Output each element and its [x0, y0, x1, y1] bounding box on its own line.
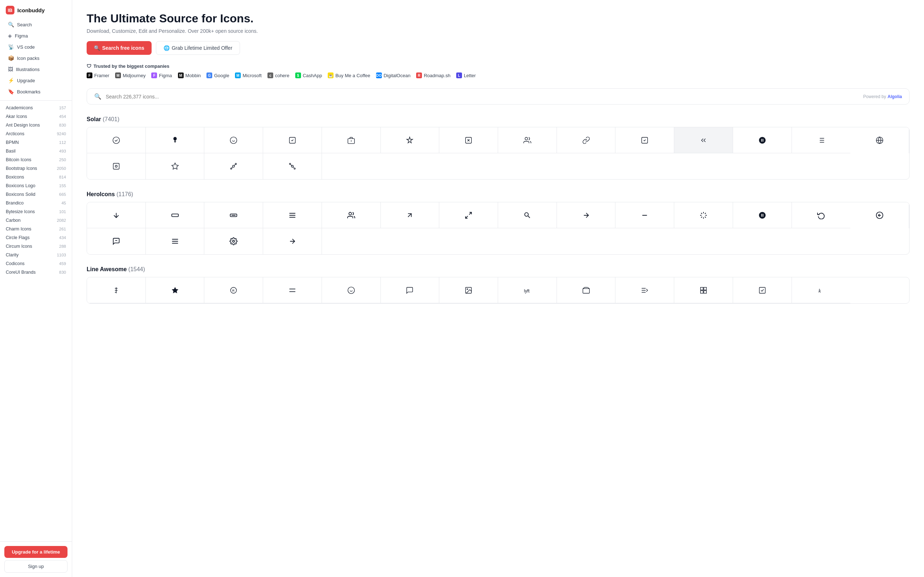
pack-bpmn[interactable]: BPMN 112: [0, 138, 72, 147]
la-icon-3[interactable]: R: [204, 277, 263, 303]
svg-line-44: [701, 213, 703, 214]
search-input[interactable]: [106, 94, 859, 100]
solar-icon-3[interactable]: [204, 127, 263, 153]
hero-icon-8[interactable]: [498, 202, 557, 228]
hero-icon-18[interactable]: [263, 228, 322, 254]
solar-icon-4[interactable]: [263, 127, 322, 153]
la-icon-13[interactable]: k: [792, 277, 851, 303]
pack-codicons[interactable]: Codicons 459: [0, 259, 72, 268]
pack-boxicons-solid[interactable]: Boxicons Solid 665: [0, 190, 72, 199]
solar-icon-16[interactable]: [146, 153, 205, 179]
pack-brandico[interactable]: Brandico 45: [0, 199, 72, 207]
hero-icon-13[interactable]: [792, 202, 851, 228]
hero-icon-7[interactable]: [439, 202, 498, 228]
sidebar-item-search[interactable]: 🔍 Search: [2, 19, 69, 30]
company-letter: L Letter: [456, 73, 476, 78]
pack-ant-design[interactable]: Ant Design Icons 830: [0, 121, 72, 129]
solar-icon-10[interactable]: [615, 127, 674, 153]
solar-icon-7[interactable]: [439, 127, 498, 153]
solar-icon-15[interactable]: [87, 153, 146, 179]
svg-point-10: [525, 137, 527, 140]
lineawesome-section-title: Line Awesome (1544): [87, 266, 909, 272]
pack-clarity[interactable]: Clarity 1103: [0, 251, 72, 259]
search-free-icons-button[interactable]: 🔍 Search free icons: [87, 41, 152, 55]
solar-icon-13[interactable]: [792, 127, 851, 153]
pack-bytesize[interactable]: Bytesize Icons 101: [0, 207, 72, 216]
sidebar-item-upgrade[interactable]: ⚡ Upgrade: [2, 75, 69, 86]
hero-icon-17[interactable]: [204, 228, 263, 254]
solar-icon-2[interactable]: [146, 127, 205, 153]
solar-icon-17[interactable]: [204, 153, 263, 179]
sidebar-item-figma[interactable]: ◈ Figma: [2, 30, 69, 41]
pack-academicons[interactable]: Academicons 157: [0, 103, 72, 112]
solar-icon-1[interactable]: [87, 127, 146, 153]
pack-basil[interactable]: Basil 493: [0, 147, 72, 155]
pack-carbon[interactable]: Carbon 2082: [0, 216, 72, 225]
solar-icon-9[interactable]: [557, 127, 616, 153]
pack-circle-flags[interactable]: Circle Flags 434: [0, 233, 72, 242]
sidebar-item-illustrations[interactable]: 🖼 Illustrations: [2, 64, 69, 75]
pack-coreui-brands[interactable]: CoreUI Brands 830: [0, 268, 72, 277]
heroicons-section-title: HeroIcons (1176): [87, 191, 909, 198]
hero-icon-16[interactable]: [146, 228, 205, 254]
la-icon-9[interactable]: [557, 277, 616, 303]
svg-line-39: [465, 216, 468, 218]
la-icon-5[interactable]: [322, 277, 381, 303]
sidebar-item-iconpacks[interactable]: 📦 Icon packs: [2, 53, 69, 63]
svg-line-45: [705, 217, 706, 218]
pack-circum-icons[interactable]: Circum Icons 288: [0, 242, 72, 251]
la-icon-1[interactable]: [87, 277, 146, 303]
svg-rect-30: [171, 214, 178, 216]
svg-point-0: [113, 137, 120, 143]
la-icon-12[interactable]: [733, 277, 792, 303]
hero-icon-14[interactable]: [850, 202, 909, 228]
app-logo[interactable]: IB Iconbuddy: [0, 0, 72, 19]
hero-icon-5[interactable]: [322, 202, 381, 228]
pack-boxicons-logo[interactable]: Boxicons Logo 155: [0, 181, 72, 190]
company-cashapp: $ CashApp: [295, 73, 322, 78]
main-content: The Ultimate Source for Icons. Download,…: [72, 0, 924, 577]
la-icon-11[interactable]: [674, 277, 733, 303]
pack-bitcoin-icons[interactable]: Bitcoin Icons 250: [0, 155, 72, 164]
hero-icon-10[interactable]: [615, 202, 674, 228]
solar-icon-8[interactable]: [498, 127, 557, 153]
la-icon-6[interactable]: [381, 277, 439, 303]
hero-icon-3[interactable]: [204, 202, 263, 228]
hero-icon-6[interactable]: [381, 202, 439, 228]
svg-marker-59: [171, 287, 178, 293]
pack-bootstrap-icons[interactable]: Bootstrap Icons 2050: [0, 164, 72, 173]
hero-icon-4[interactable]: [263, 202, 322, 228]
pack-charm-icons[interactable]: Charm Icons 261: [0, 225, 72, 233]
sidebar-item-bookmarks[interactable]: 🔖 Bookmarks: [2, 86, 69, 97]
hero-icon-2[interactable]: [146, 202, 205, 228]
iconpacks-icon: 📦: [8, 55, 14, 61]
sidebar-bottom: Upgrade for a lifetime Sign up: [0, 541, 72, 577]
lifetime-offer-button[interactable]: 🌐 Grab Lifetime Limited Offer: [156, 41, 240, 55]
pack-akar-icons[interactable]: Akar Icons 454: [0, 112, 72, 121]
la-icon-7[interactable]: [439, 277, 498, 303]
signup-button[interactable]: Sign up: [4, 560, 68, 573]
svg-line-38: [469, 213, 472, 214]
solar-icon-6[interactable]: [381, 127, 439, 153]
hero-icon-1[interactable]: [87, 202, 146, 228]
pack-arcticons[interactable]: Arcticons 9240: [0, 129, 72, 138]
solar-icon-18[interactable]: [263, 153, 322, 179]
la-icon-2[interactable]: [146, 277, 205, 303]
solar-icon-12[interactable]: [733, 127, 792, 153]
la-icon-4[interactable]: [263, 277, 322, 303]
lineawesome-section: Line Awesome (1544) R: [87, 266, 909, 304]
hero-icon-11[interactable]: [674, 202, 733, 228]
la-icon-8[interactable]: lyft: [498, 277, 557, 303]
company-google: G Google: [207, 73, 229, 78]
solar-icon-14[interactable]: [850, 127, 909, 153]
sidebar-item-vscode[interactable]: 📡 VS code: [2, 42, 69, 52]
pack-boxicons[interactable]: Boxicons 814: [0, 173, 72, 181]
solar-icon-5[interactable]: [322, 127, 381, 153]
solar-icon-11[interactable]: [674, 127, 733, 153]
hero-icon-9[interactable]: [557, 202, 616, 228]
hero-icon-15[interactable]: [87, 228, 146, 254]
upgrade-lifetime-button[interactable]: Upgrade for a lifetime: [4, 546, 68, 558]
la-icon-10[interactable]: [615, 277, 674, 303]
search-bar[interactable]: 🔍 Powered by Algolia: [87, 89, 909, 105]
hero-icon-12[interactable]: [733, 202, 792, 228]
